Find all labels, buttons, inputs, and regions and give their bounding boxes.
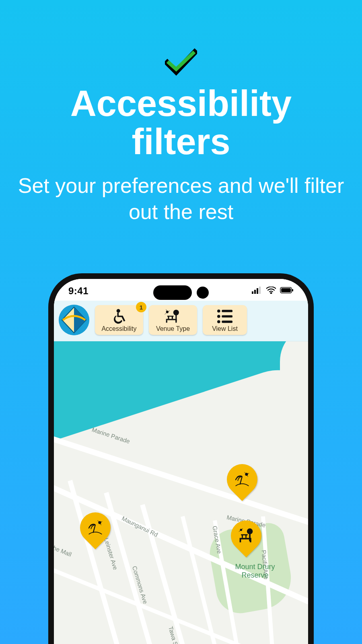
view-list-button[interactable]: View List: [203, 305, 247, 335]
svg-rect-2: [257, 288, 258, 294]
map-view[interactable]: Marine Parade Marine Parade Maunganui Rd…: [54, 341, 308, 644]
status-time: 9:41: [68, 285, 88, 297]
svg-rect-16: [166, 319, 177, 320]
svg-rect-46: [242, 535, 243, 538]
dynamic-island: [153, 285, 209, 300]
svg-rect-43: [240, 538, 251, 539]
svg-point-22: [217, 310, 220, 313]
park-label: Mount Drury Reserve: [223, 563, 287, 579]
hero-subtitle: Set your preferences and we'll filter ou…: [16, 173, 346, 225]
svg-rect-7: [292, 289, 293, 291]
svg-point-4: [270, 292, 272, 294]
svg-rect-45: [250, 539, 251, 542]
venue-type-filter-button[interactable]: Venue Type: [149, 305, 197, 335]
accessibility-filter-button[interactable]: 1 Accessibility: [95, 305, 143, 335]
svg-rect-27: [222, 320, 232, 323]
list-icon: [216, 308, 234, 324]
svg-rect-44: [240, 539, 241, 542]
svg-rect-23: [222, 310, 232, 312]
svg-rect-21: [167, 316, 174, 316]
svg-rect-19: [168, 316, 169, 319]
svg-rect-20: [172, 316, 173, 319]
map-pin-park[interactable]: [231, 520, 261, 559]
venue-type-icon: [164, 308, 182, 324]
map-pin-beach[interactable]: [227, 464, 257, 503]
svg-rect-3: [259, 287, 261, 294]
svg-rect-47: [245, 535, 247, 538]
checkmark-icon: [165, 48, 197, 76]
app-toolbar: 1 Accessibility: [54, 301, 308, 341]
svg-point-9: [117, 309, 120, 313]
wheelchair-icon: [110, 308, 128, 324]
view-list-label: View List: [212, 325, 238, 332]
svg-line-37: [240, 477, 242, 485]
svg-rect-48: [241, 534, 247, 535]
svg-point-24: [217, 315, 220, 318]
svg-rect-0: [252, 291, 253, 294]
venue-type-label: Venue Type: [156, 325, 190, 332]
app-logo[interactable]: [59, 305, 89, 335]
svg-rect-17: [166, 320, 167, 322]
svg-rect-25: [222, 315, 232, 318]
svg-line-11: [165, 312, 167, 314]
wifi-icon: [266, 287, 276, 295]
svg-rect-6: [281, 288, 291, 292]
svg-point-26: [217, 320, 220, 324]
phone-mockup: 9:41: [48, 273, 314, 644]
svg-point-14: [173, 310, 179, 316]
accessibility-badge: 1: [136, 302, 146, 312]
hero-title: Accessibility filters: [16, 85, 346, 161]
map-pin-beach[interactable]: [80, 512, 111, 551]
svg-line-32: [93, 525, 95, 533]
svg-point-41: [247, 528, 253, 535]
svg-rect-1: [254, 290, 256, 294]
cellular-icon: [252, 287, 262, 295]
svg-rect-18: [175, 320, 177, 322]
battery-icon: [280, 287, 294, 295]
hero-block: Accessibility filters Set your preferenc…: [16, 48, 346, 225]
accessibility-label: Accessibility: [101, 325, 136, 332]
promo-screen: Accessibility filters Set your preferenc…: [0, 0, 362, 644]
